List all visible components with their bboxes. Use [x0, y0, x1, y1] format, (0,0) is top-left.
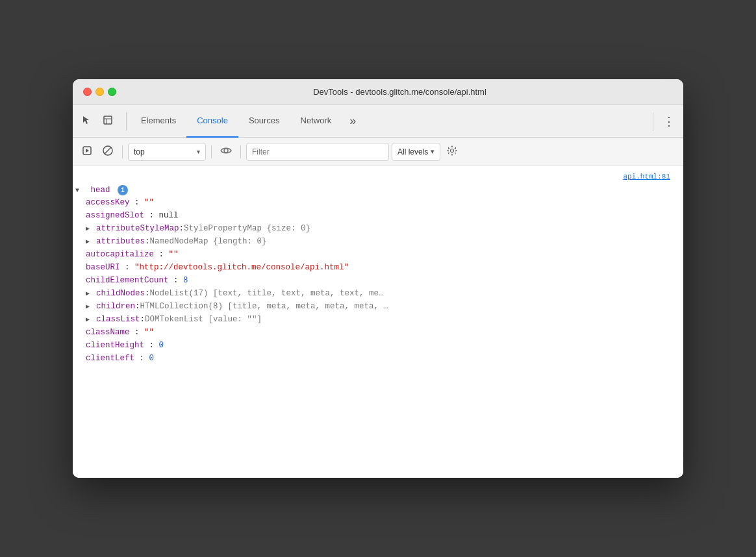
devtools-window: DevTools - devtools.glitch.me/console/ap… — [73, 79, 683, 478]
classname-value: "" — [144, 328, 154, 337]
more-tabs-button[interactable]: » — [344, 109, 361, 133]
attributestylemap-value: StylePropertyMap {size: 0} — [184, 224, 310, 233]
tab-network[interactable]: Network — [290, 105, 342, 138]
clear-button[interactable] — [99, 143, 117, 161]
assignedslot-key: assignedSlot — [86, 211, 144, 220]
console-toolbar: top ▾ All levels ▾ — [73, 138, 683, 166]
dots-icon: ⋮ — [663, 114, 675, 129]
console-entry-autocapitalize: autocapitalize : "" — [73, 249, 683, 262]
toolbar-separator-2 — [211, 145, 212, 158]
clear-icon — [102, 145, 114, 158]
run-button[interactable] — [78, 143, 96, 161]
context-selector[interactable]: top ▾ — [128, 143, 206, 161]
source-link[interactable]: api.html:81 — [600, 172, 678, 180]
clientleft-value: 0 — [149, 354, 155, 363]
window-title: DevTools - devtools.glitch.me/console/ap… — [127, 87, 673, 97]
baseuri-value: "http://devtools.glitch.me/console/api.h… — [134, 263, 349, 272]
classlist-key: classList — [96, 315, 140, 324]
console-entry-head: head i — [73, 184, 683, 197]
head-key: head — [91, 186, 110, 195]
console-entry-accesskey: accessKey : "" — [73, 197, 683, 210]
tab-end-separator — [653, 112, 653, 130]
filter-input[interactable] — [246, 143, 389, 161]
context-arrow-icon: ▾ — [197, 148, 200, 155]
console-entry-assignedslot: assignedSlot : null — [73, 210, 683, 223]
classname-key: className — [86, 328, 130, 337]
console-entry-classname: className : "" — [73, 327, 683, 340]
children-key: children — [96, 302, 135, 311]
console-entry-attributestylemap: attributeStyleMap : StylePropertyMap {si… — [73, 223, 683, 236]
minimize-button[interactable] — [95, 88, 104, 96]
close-button[interactable] — [83, 88, 92, 96]
console-entry-baseuri: baseURI : "http://devtools.glitch.me/con… — [73, 262, 683, 275]
entry-head-content: head i — [73, 185, 678, 195]
console-entry-clientheight: clientHeight : 0 — [73, 340, 683, 353]
attributes-value: NamedNodeMap {length: 0} — [150, 237, 267, 246]
childelementcount-key: childElementCount — [86, 276, 169, 285]
settings-button[interactable] — [443, 143, 461, 161]
classlist-value: DOMTokenList [value: ""] — [145, 315, 262, 324]
assignedslot-value: null — [159, 211, 179, 220]
console-entry-childnodes: childNodes : NodeList(17) [text, title, … — [73, 288, 683, 301]
tab-elements[interactable]: Elements — [131, 105, 186, 138]
console-entry-clientleft: clientLeft : 0 — [73, 353, 683, 366]
tab-separator — [126, 112, 127, 130]
expand-classlist-arrow[interactable] — [86, 316, 94, 323]
inspector-icon — [103, 115, 113, 128]
childnodes-key: childNodes — [96, 289, 145, 298]
devtools-menu-button[interactable]: ⋮ — [660, 112, 678, 130]
title-bar: DevTools - devtools.glitch.me/console/ap… — [73, 79, 683, 105]
autocapitalize-value: "" — [169, 250, 179, 259]
entry-assignedslot-content: assignedSlot : null — [73, 211, 678, 220]
tab-sources[interactable]: Sources — [238, 105, 290, 138]
svg-point-5 — [224, 149, 228, 153]
accesskey-value: "" — [144, 198, 154, 207]
levels-selector[interactable]: All levels ▾ — [392, 143, 440, 161]
expand-childnodes-arrow[interactable] — [86, 290, 94, 297]
eye-button[interactable] — [217, 143, 235, 161]
svg-marker-2 — [86, 149, 89, 153]
maximize-button[interactable] — [108, 88, 116, 96]
tab-console[interactable]: Console — [186, 105, 238, 138]
clientheight-key: clientHeight — [86, 341, 144, 350]
entry-accesskey-content: accessKey : "" — [73, 198, 678, 207]
devtools-panel: Elements Console Sources Network » ⋮ — [73, 105, 683, 478]
console-entry-classlist: classList : DOMTokenList [value: ""] — [73, 314, 683, 327]
clientleft-key: clientLeft — [86, 354, 134, 363]
svg-line-4 — [105, 147, 111, 154]
levels-label: All levels — [397, 147, 428, 156]
console-entry-attributes: attributes : NamedNodeMap {length: 0} — [73, 236, 683, 249]
childelementcount-value: 8 — [183, 276, 188, 285]
gear-icon — [447, 145, 457, 158]
levels-arrow-icon: ▾ — [431, 147, 435, 156]
expand-children-arrow[interactable] — [86, 303, 94, 310]
tab-bar-icons — [78, 112, 117, 130]
traffic-lights — [83, 88, 116, 96]
attributestylemap-key: attributeStyleMap — [96, 224, 179, 233]
expand-head-arrow[interactable] — [75, 187, 83, 194]
tabs-container: Elements Console Sources Network » — [131, 105, 649, 138]
toolbar-separator-1 — [122, 145, 123, 158]
cursor-icon-button[interactable] — [78, 112, 96, 130]
console-entry-childelementcount: childElementCount : 8 — [73, 275, 683, 288]
inspector-icon-button[interactable] — [99, 112, 117, 130]
tab-bar: Elements Console Sources Network » ⋮ — [73, 105, 683, 138]
childnodes-value: NodeList(17) [text, title, text, meta, t… — [150, 289, 384, 298]
run-icon — [82, 145, 92, 158]
eye-icon — [220, 146, 232, 158]
accesskey-key: accessKey — [86, 198, 130, 207]
autocapitalize-key: autocapitalize — [86, 250, 154, 259]
console-output: api.html:81 head i accessKey : "" — [73, 166, 683, 478]
console-entry-children: children : HTMLCollection(8) [title, met… — [73, 301, 683, 314]
info-badge[interactable]: i — [118, 185, 128, 195]
tab-end-icons: ⋮ — [649, 112, 678, 130]
context-value: top — [134, 147, 193, 156]
children-value: HTMLCollection(8) [title, meta, meta, me… — [140, 302, 389, 311]
cursor-icon — [82, 115, 92, 128]
expand-attributestylemap-arrow[interactable] — [86, 225, 94, 232]
expand-attributes-arrow[interactable] — [86, 238, 94, 245]
clientheight-value: 0 — [159, 341, 164, 350]
console-entry-source: api.html:81 — [73, 171, 683, 184]
svg-rect-0 — [104, 116, 112, 124]
attributes-key: attributes — [96, 237, 145, 246]
